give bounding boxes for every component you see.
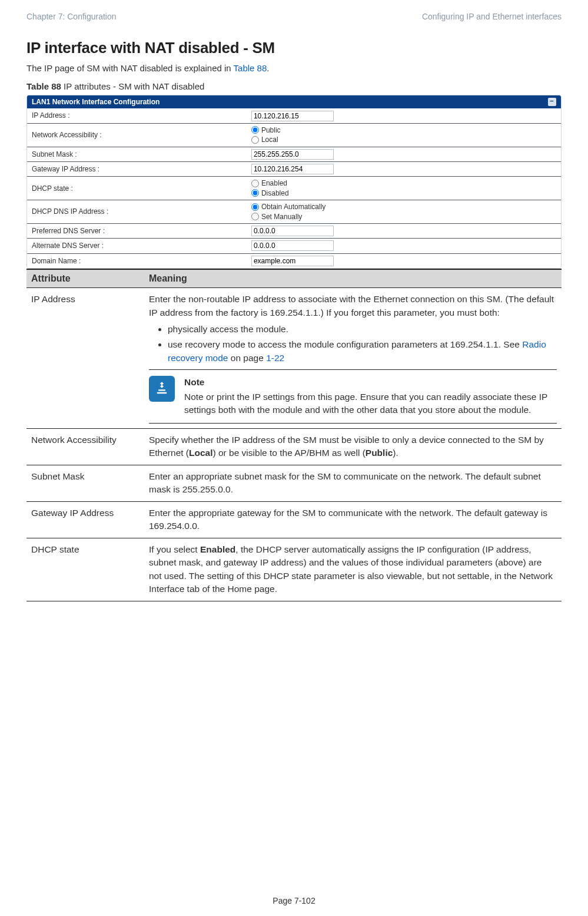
bold-local: Local <box>189 448 212 458</box>
meaning-gateway: Enter the appropriate gateway for the SM… <box>144 501 562 538</box>
radio-set-manual[interactable] <box>251 213 259 220</box>
bullet-2: use recovery mode to access the module c… <box>168 338 557 365</box>
label-domain: Domain Name : <box>27 254 251 267</box>
meaning-dhcp-state: If you select Enabled, the DHCP server a… <box>144 538 562 601</box>
label-dhcp-state: DHCP state : <box>27 182 251 195</box>
running-header: Chapter 7: Configuration Configuring IP … <box>26 12 562 21</box>
input-domain[interactable] <box>251 256 334 266</box>
caption-rest: IP attributes - SM with NAT disabled <box>61 81 204 91</box>
intro-suffix: . <box>267 63 269 73</box>
row-domain: Domain Name : <box>27 254 561 268</box>
table-88-link[interactable]: Table 88 <box>234 63 267 73</box>
row-alt-dns: Alternate DNS Server : <box>27 239 561 253</box>
meaning-ip-address: Enter the non-routable IP address to ass… <box>144 288 562 429</box>
input-subnet-mask[interactable] <box>251 149 334 160</box>
radio-dhcp-disabled-label: Disabled <box>261 189 289 197</box>
radio-local-label: Local <box>261 135 278 144</box>
page-title: IP interface with NAT disabled - SM <box>26 39 562 57</box>
attr-ip-address: IP Address <box>26 288 144 429</box>
table-row: IP Address Enter the non-routable IP add… <box>26 288 562 429</box>
collapse-icon[interactable] <box>548 98 556 106</box>
table-row: Gateway IP Address Enter the appropriate… <box>26 501 562 538</box>
row-ip-address: IP Address : <box>27 108 561 123</box>
header-left: Chapter 7: Configuration <box>26 12 117 21</box>
seg-pre: If you select <box>149 544 200 554</box>
radio-public-label: Public <box>261 126 281 134</box>
lan1-config-panel: LAN1 Network Interface Configuration IP … <box>26 95 562 269</box>
col-meaning: Meaning <box>144 269 562 288</box>
input-alt-dns[interactable] <box>251 240 334 251</box>
meaning-subnet-mask: Enter an appropriate subnet mask for the… <box>144 465 562 501</box>
table-caption: Table 88 IP attributes - SM with NAT dis… <box>26 81 562 91</box>
label-network-accessibility: Network Accessibility : <box>27 128 251 141</box>
header-right: Configuring IP and Ethernet interfaces <box>422 12 562 21</box>
intro-text: The IP page of SM with NAT disabled is e… <box>26 63 562 73</box>
radio-set-manual-label: Set Manually <box>261 213 302 221</box>
row-dhcp-state: DHCP state : Enabled Disabled <box>27 177 561 200</box>
intro-prefix: The IP page of SM with NAT disabled is e… <box>26 63 234 73</box>
label-alt-dns: Alternate DNS Server : <box>27 239 251 252</box>
bullet-1: physically access the module. <box>168 323 557 336</box>
attr-network-accessibility: Network Accessibility <box>26 428 144 465</box>
bold-enabled: Enabled <box>200 544 235 554</box>
note-body: Note or print the IP settings from this … <box>184 392 547 415</box>
seg2: ) or be visible to the AP/BHM as well ( <box>213 448 366 458</box>
page-number: Page 7-102 <box>0 896 588 905</box>
label-dhcp-dns: DHCP DNS IP Address : <box>27 205 251 218</box>
input-ip-address[interactable] <box>251 111 334 121</box>
note-text: Note Note or print the IP settings from … <box>184 376 557 416</box>
panel-title: LAN1 Network Interface Configuration <box>32 98 160 106</box>
radio-dhcp-enabled[interactable] <box>251 180 259 187</box>
input-pref-dns[interactable] <box>251 226 334 236</box>
attr-subnet-mask: Subnet Mask <box>26 465 144 501</box>
table-row: Network Accessibility Specify whether th… <box>26 428 562 465</box>
label-gateway: Gateway IP Address : <box>27 163 251 176</box>
attributes-table: Attribute Meaning IP Address Enter the n… <box>26 269 562 601</box>
radio-local[interactable] <box>251 136 259 144</box>
col-attribute: Attribute <box>26 269 144 288</box>
page-1-22-link[interactable]: 1-22 <box>266 353 284 363</box>
radio-public[interactable] <box>251 126 259 134</box>
note-box: Note Note or print the IP settings from … <box>149 369 557 423</box>
attr-dhcp-state: DHCP state <box>26 538 144 601</box>
meaning-p1: Enter the non-routable IP address to ass… <box>149 294 554 317</box>
input-gateway[interactable] <box>251 164 334 174</box>
radio-dhcp-enabled-label: Enabled <box>261 179 287 187</box>
row-gateway: Gateway IP Address : <box>27 162 561 177</box>
bullet-2-mid: on page <box>228 353 266 363</box>
seg3: ). <box>393 448 398 458</box>
label-pref-dns: Preferred DNS Server : <box>27 224 251 237</box>
radio-obtain-auto[interactable] <box>251 203 259 211</box>
radio-dhcp-disabled[interactable] <box>251 189 259 197</box>
label-subnet-mask: Subnet Mask : <box>27 148 251 161</box>
row-pref-dns: Preferred DNS Server : <box>27 224 561 239</box>
row-subnet-mask: Subnet Mask : <box>27 147 561 162</box>
row-network-accessibility: Network Accessibility : Public Local <box>27 124 561 147</box>
radio-obtain-auto-label: Obtain Automatically <box>261 203 325 211</box>
bullet-2-pre: use recovery mode to access the module c… <box>168 339 522 349</box>
meaning-network-accessibility: Specify whether the IP address of the SM… <box>144 428 562 465</box>
table-row: DHCP state If you select Enabled, the DH… <box>26 538 562 601</box>
table-row: Subnet Mask Enter an appropriate subnet … <box>26 465 562 501</box>
note-title: Note <box>184 376 557 389</box>
row-dhcp-dns: DHCP DNS IP Address : Obtain Automatical… <box>27 200 561 224</box>
caption-number: Table 88 <box>26 81 61 91</box>
bullet-list: physically access the module. use recove… <box>149 323 557 365</box>
note-icon <box>149 376 175 402</box>
bold-public: Public <box>366 448 393 458</box>
panel-title-bar: LAN1 Network Interface Configuration <box>27 95 561 108</box>
attr-gateway: Gateway IP Address <box>26 501 144 538</box>
label-ip-address: IP Address : <box>27 109 251 122</box>
